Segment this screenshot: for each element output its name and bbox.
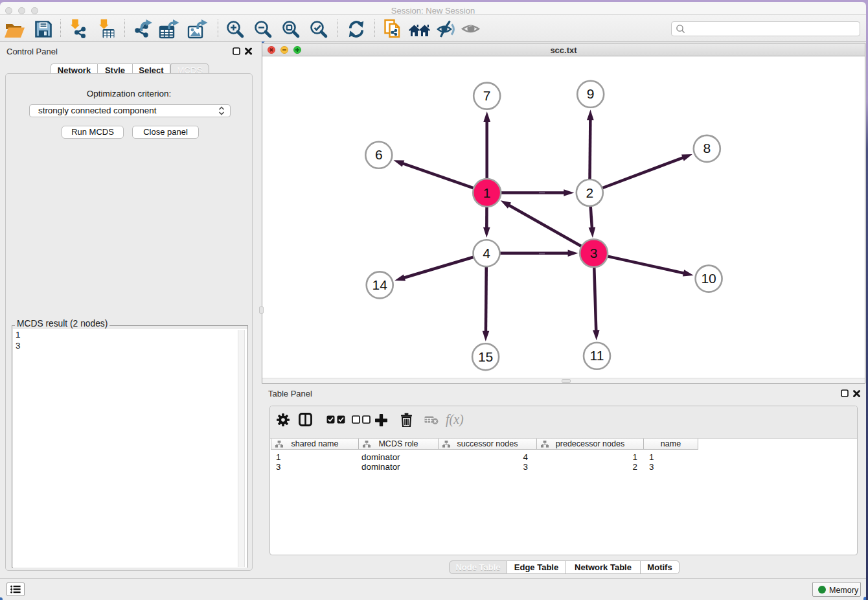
svg-text:4: 4 [483, 246, 490, 260]
svg-text:8: 8 [703, 141, 711, 156]
svg-text:14: 14 [372, 277, 388, 292]
svg-text:7: 7 [483, 88, 491, 103]
svg-text:3: 3 [590, 246, 598, 260]
svg-text:9: 9 [587, 86, 595, 101]
svg-text:6: 6 [375, 147, 383, 162]
svg-text:2: 2 [586, 185, 593, 200]
svg-text:15: 15 [478, 349, 493, 364]
svg-text:1: 1 [483, 185, 491, 200]
svg-text:10: 10 [701, 271, 716, 286]
svg-text:11: 11 [590, 348, 604, 363]
